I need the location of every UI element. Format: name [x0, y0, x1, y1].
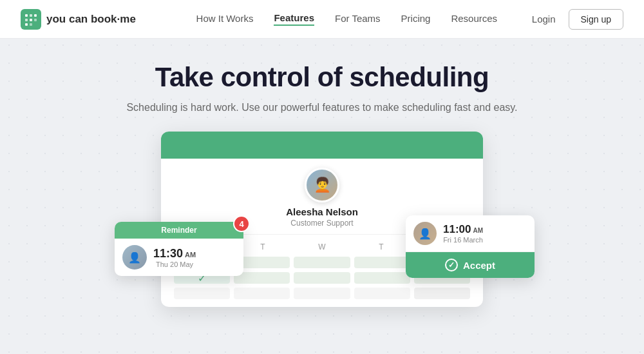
svg-rect-3: [34, 14, 37, 17]
day-t2: T: [352, 242, 411, 251]
reminder-time-value: 11:30: [153, 247, 183, 261]
accept-button[interactable]: ✓ Accept: [406, 252, 535, 278]
illustration: 🧑‍🦱 Aleesha Nelson Customer Support M T …: [97, 132, 547, 325]
accept-info: 👤 11:00 AM Fri 16 March: [406, 215, 535, 252]
hero-section: Take control of scheduling Scheduling is…: [0, 39, 644, 325]
profile-avatar: 🧑‍🦱: [305, 168, 339, 202]
slot-f3[interactable]: [414, 288, 470, 299]
svg-rect-4: [25, 19, 28, 21]
slot-w1[interactable]: [294, 257, 350, 268]
svg-rect-6: [34, 19, 37, 21]
accept-label: Accept: [463, 260, 495, 271]
hero-title: Take control of scheduling: [0, 62, 644, 93]
nav-actions: Login Sign up: [532, 9, 623, 30]
reminder-body: 👤 11:30 AM Thu 20 May: [115, 239, 243, 276]
reminder-label: Reminder: [161, 226, 196, 235]
accept-time: 11:00 AM: [443, 223, 483, 236]
accept-ampm: AM: [473, 227, 483, 234]
nav-pricing[interactable]: Pricing: [401, 13, 431, 25]
accept-date: Fri 16 March: [443, 236, 483, 244]
slot-t3[interactable]: [234, 288, 290, 299]
accept-avatar: 👤: [413, 222, 437, 245]
reminder-time: 11:30 AM: [153, 247, 196, 261]
reminder-time-block: 11:30 AM Thu 20 May: [153, 247, 196, 268]
svg-rect-5: [30, 19, 32, 21]
slot-m3[interactable]: [174, 288, 230, 299]
reminder-date: Thu 20 May: [153, 261, 196, 268]
login-link[interactable]: Login: [532, 14, 556, 25]
slot-w2[interactable]: [294, 272, 350, 284]
reminder-badge: 4: [233, 215, 250, 232]
nav-for-teams[interactable]: For Teams: [335, 13, 381, 25]
accept-check-icon: ✓: [445, 259, 458, 271]
svg-rect-7: [25, 23, 28, 26]
accept-time-block: 11:00 AM Fri 16 March: [443, 223, 483, 244]
slot-w3[interactable]: [294, 288, 350, 299]
reminder-card: Reminder 4 👤 11:30 AM Thu 20 May: [115, 222, 243, 276]
nav-features[interactable]: Features: [274, 12, 314, 26]
svg-rect-1: [25, 14, 28, 17]
logo-icon: [21, 9, 41, 30]
nav-resources[interactable]: Resources: [451, 13, 497, 25]
slot-th2[interactable]: [354, 272, 410, 284]
accept-time-value: 11:00: [443, 223, 471, 236]
logo[interactable]: you can book·me: [21, 9, 136, 30]
slot-t21[interactable]: [354, 257, 410, 268]
day-w: W: [292, 242, 352, 251]
logo-text: you can book·me: [46, 13, 136, 26]
slot-th3[interactable]: [354, 288, 410, 299]
nav-how-it-works[interactable]: How It Works: [196, 13, 254, 25]
svg-rect-8: [30, 23, 32, 26]
nav-links: How It Works Features For Teams Pricing …: [162, 12, 532, 26]
hero-subtitle: Scheduling is hard work. Use our powerfu…: [0, 102, 644, 113]
reminder-avatar: 👤: [122, 245, 147, 270]
accept-card: 👤 11:00 AM Fri 16 March ✓ Accept: [406, 215, 535, 278]
svg-rect-2: [30, 14, 32, 17]
navbar: you can book·me How It Works Features Fo…: [0, 0, 644, 39]
reminder-header: Reminder 4: [115, 222, 243, 239]
reminder-ampm: AM: [185, 251, 196, 259]
profile-role: Customer Support: [290, 219, 353, 228]
signup-button[interactable]: Sign up: [569, 9, 623, 30]
calendar-header-bar: [161, 132, 483, 159]
calendar-slots-row3: [174, 288, 470, 299]
profile-name: Aleesha Nelson: [286, 206, 358, 217]
